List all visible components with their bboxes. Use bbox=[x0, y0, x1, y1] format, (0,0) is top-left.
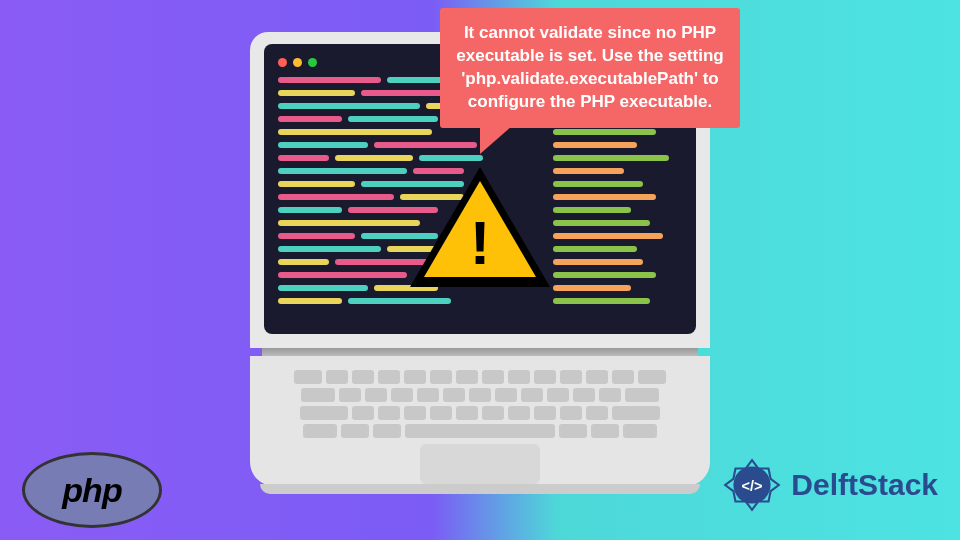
exclamation-icon: ! bbox=[470, 207, 491, 278]
warning-triangle-icon: ! bbox=[410, 167, 550, 287]
laptop-base-wrap bbox=[250, 348, 710, 486]
trackpad bbox=[420, 444, 540, 484]
min-dot bbox=[293, 58, 302, 67]
delftstack-icon: </> bbox=[721, 454, 783, 516]
error-message-text: It cannot validate since no PHP executab… bbox=[456, 23, 723, 111]
delftstack-logo: </> DelftStack bbox=[721, 454, 938, 516]
keyboard bbox=[288, 370, 672, 438]
max-dot bbox=[308, 58, 317, 67]
laptop-base bbox=[250, 356, 710, 486]
delftstack-text: DelftStack bbox=[791, 468, 938, 502]
error-message-bubble: It cannot validate since no PHP executab… bbox=[440, 8, 740, 128]
php-logo: php bbox=[22, 452, 162, 528]
php-logo-text: php bbox=[62, 471, 121, 510]
laptop-edge bbox=[260, 484, 700, 494]
close-dot bbox=[278, 58, 287, 67]
svg-text:</>: </> bbox=[742, 478, 763, 494]
laptop-hinge bbox=[262, 348, 698, 356]
